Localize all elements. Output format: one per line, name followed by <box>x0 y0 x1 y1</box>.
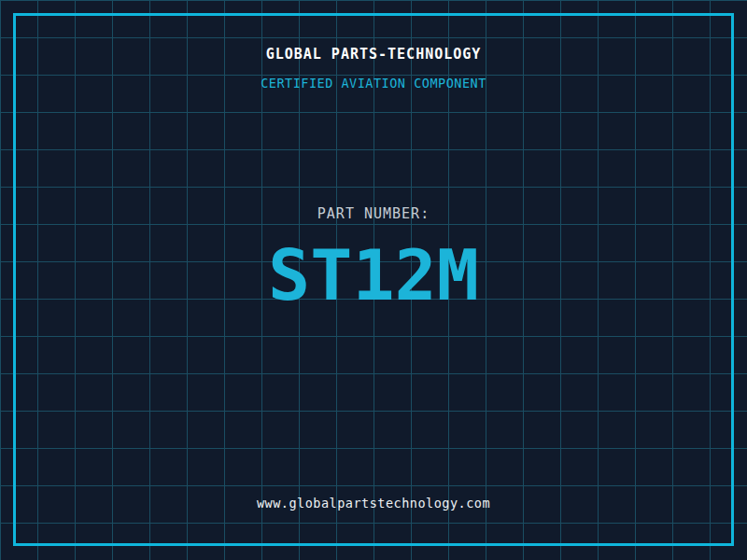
part-number-value: ST12M <box>0 241 747 311</box>
certification-subtitle: CERTIFIED AVIATION COMPONENT <box>0 76 747 91</box>
website-url: www.globalpartstechnology.com <box>0 496 747 511</box>
grid-background: { "page": { "title": "GLOBAL PARTS-TECHN… <box>0 0 747 560</box>
company-title: GLOBAL PARTS-TECHNOLOGY <box>0 46 747 63</box>
part-number-label: PART NUMBER: <box>0 205 747 222</box>
